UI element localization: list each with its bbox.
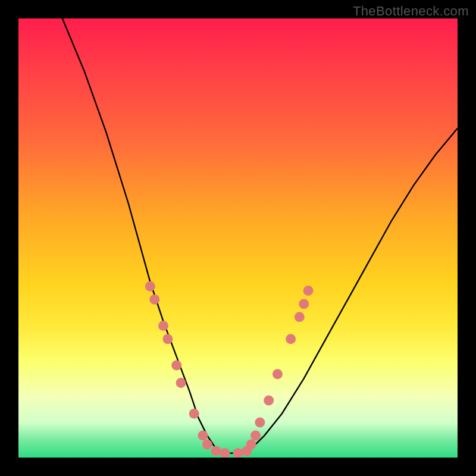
curve-marker	[250, 431, 261, 441]
curve-marker	[145, 281, 155, 292]
curve-marker	[162, 334, 173, 344]
curve-marker	[171, 361, 181, 371]
bottleneck-curve	[62, 18, 458, 453]
curve-marker	[202, 439, 212, 449]
curve-marker	[299, 299, 309, 309]
curve-marker	[233, 448, 243, 458]
curve-marker	[264, 396, 274, 406]
curve-marker	[255, 418, 265, 428]
attribution-text: TheBottleneck.com	[353, 4, 469, 19]
curve-marker	[158, 321, 168, 331]
curve-marker	[211, 446, 221, 456]
curve-markers	[145, 281, 314, 458]
chart-plot-area	[18, 18, 458, 458]
curve-marker	[273, 369, 283, 379]
chart-svg	[18, 18, 458, 458]
curve-marker	[176, 378, 186, 388]
curve-marker	[303, 286, 314, 296]
curve-marker	[220, 448, 230, 458]
curve-marker	[286, 334, 296, 344]
curve-marker	[246, 439, 256, 449]
curve-marker	[295, 312, 305, 322]
curve-marker	[242, 446, 252, 456]
curve-marker	[189, 409, 199, 419]
chart-frame: TheBottleneck.com	[0, 0, 476, 476]
curve-marker	[198, 431, 208, 441]
curve-marker	[149, 295, 159, 305]
